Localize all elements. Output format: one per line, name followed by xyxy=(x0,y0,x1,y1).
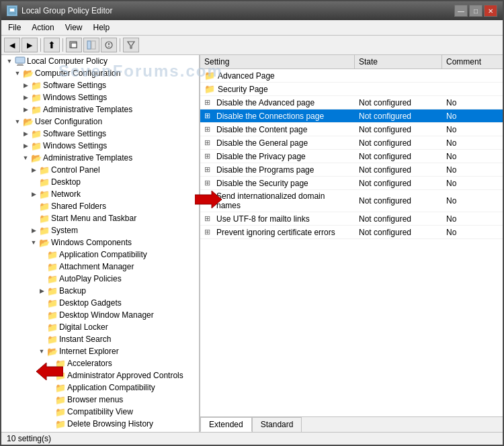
expander-windows-components[interactable]: ▼ xyxy=(28,237,39,248)
forward-button[interactable]: ▶ xyxy=(22,38,38,52)
tree-item-windows-components[interactable]: ▼ 📂 Windows Components xyxy=(1,236,199,249)
tree-item-comp-admin-templates[interactable]: ▶ 📁 Administrative Templates xyxy=(1,103,199,116)
tree-item-network[interactable]: ▶ 📁 Network xyxy=(1,188,199,200)
expander-comp-software[interactable]: ▶ xyxy=(20,80,31,91)
tree-item-comp-windows-settings[interactable]: ▶ 📁 Windows Settings xyxy=(1,91,199,103)
tree-item-desktop-window-manager[interactable]: ▶ 📁 Desktop Window Manager xyxy=(1,309,199,321)
table-row[interactable]: 📁 Security Page xyxy=(200,83,503,96)
tree-item-desktop[interactable]: ▶ 📁 Desktop xyxy=(1,176,199,188)
table-row-selected[interactable]: ⊞ Disable the Connections page Not confi… xyxy=(200,109,503,123)
menu-file[interactable]: File xyxy=(4,21,25,34)
tree-item-system[interactable]: ▶ 📁 System xyxy=(1,224,199,236)
svg-rect-1 xyxy=(10,9,14,11)
tree-item-instant-search[interactable]: ▶ 📁 Instant Search xyxy=(1,333,199,345)
tree-item-compatibility-view[interactable]: ▶ 📁 Compatibility View xyxy=(1,406,199,418)
expander-user-admin[interactable]: ▼ xyxy=(20,152,31,163)
expander-system[interactable]: ▶ xyxy=(28,225,39,236)
expander-computer-configuration[interactable]: ▼ xyxy=(12,68,23,79)
close-button[interactable]: ✕ xyxy=(484,5,497,17)
tree-item-internet-explorer[interactable]: ▼ 📂 Internet Explorer xyxy=(1,345,199,357)
tree-item-comp-software-settings[interactable]: ▶ 📁 Software Settings xyxy=(1,79,199,91)
expander-user-configuration[interactable]: ▼ xyxy=(12,116,23,127)
folder-icon-network: 📁 xyxy=(39,189,50,199)
svg-rect-5 xyxy=(87,41,91,49)
expander-user-windows[interactable]: ▶ xyxy=(20,140,31,151)
up-button[interactable]: ⬆ xyxy=(44,38,60,52)
tree-item-autoplay-policies[interactable]: ▶ 📁 AutoPlay Policies xyxy=(1,273,199,285)
tree-label-backup: Backup xyxy=(58,286,89,296)
tree-item-start-menu-taskbar[interactable]: ▶ 📁 Start Menu and Taskbar xyxy=(1,212,199,224)
table-row[interactable]: ⊞ Disable the Content page Not configure… xyxy=(200,123,503,136)
filter-button[interactable] xyxy=(123,38,139,52)
toolbar-separator-3 xyxy=(120,38,120,52)
show-hide-button[interactable] xyxy=(83,38,99,52)
expander-ie[interactable]: ▼ xyxy=(36,346,47,357)
table-row[interactable]: ⊞ Disable the General page Not configure… xyxy=(200,136,503,150)
table-row[interactable]: ⊞ Disable the Programs page Not configur… xyxy=(200,163,503,177)
row-setting-5: ⊞ Disable the Content page xyxy=(200,124,355,136)
row-setting-8: ⊞ Disable the Programs page xyxy=(200,164,355,176)
tree-item-delete-browsing-history[interactable]: ▶ 📁 Delete Browsing History xyxy=(1,418,199,430)
properties-button[interactable] xyxy=(101,38,117,52)
tree-item-desktop-gadgets[interactable]: ▶ 📁 Desktop Gadgets xyxy=(1,297,199,309)
tab-extended[interactable]: Extended xyxy=(200,417,252,432)
expander-local-computer-policy[interactable]: ▼ xyxy=(4,56,15,66)
tree-item-local-computer-policy[interactable]: ▼ Local Computer Policy xyxy=(1,55,199,67)
tree-item-computer-configuration[interactable]: ▼ 📂 Computer Configuration xyxy=(1,67,199,79)
expander-backup[interactable]: ▶ xyxy=(36,285,47,296)
tree-item-attachment-manager[interactable]: ▶ 📁 Attachment Manager xyxy=(1,261,199,273)
col-header-state[interactable]: State xyxy=(355,55,442,69)
tree-item-control-panel[interactable]: ▶ 📁 Control Panel xyxy=(1,164,199,176)
row-setting-12: ⊞ Prevent ignoring certificate errors xyxy=(200,226,355,238)
row-setting-11: ⊞ Use UTF-8 for mailto links xyxy=(200,213,355,225)
setting-icon-9: ⊞ xyxy=(204,179,214,187)
row-label-2: Security Page xyxy=(218,85,268,94)
tree-item-ie-app-compat[interactable]: ▶ 📁 Application Compatibility xyxy=(1,382,199,394)
row-label-12: Prevent ignoring certificate errors xyxy=(216,228,335,237)
tree-item-admin-approved-controls[interactable]: ▶ 📁 Administrator Approved Controls xyxy=(1,369,199,382)
expander-comp-windows[interactable]: ▶ xyxy=(20,92,31,103)
tree-item-shared-folders[interactable]: ▶ 📁 Shared Folders xyxy=(1,200,199,212)
tree-item-inprivate[interactable]: ▶ 📁 InPrivate xyxy=(1,430,199,432)
table-row[interactable]: 📁 Advanced Page xyxy=(200,69,503,83)
table-row[interactable]: ⊞ Send internationalized domain names No… xyxy=(200,190,503,212)
tree-panel[interactable]: ▼ Local Computer Policy ▼ 📂 Computer Con… xyxy=(1,55,200,432)
tree-label-start-menu-taskbar: Start Menu and Taskbar xyxy=(50,214,139,223)
folder-icon-user-software: 📁 xyxy=(31,128,42,139)
row-state-9: Not configured xyxy=(355,177,442,189)
setting-icon-8: ⊞ xyxy=(204,165,214,174)
minimize-button[interactable]: — xyxy=(454,5,468,17)
menu-view[interactable]: View xyxy=(61,21,87,34)
menu-help[interactable]: Help xyxy=(89,21,114,34)
new-window-button[interactable] xyxy=(66,38,82,52)
tree-item-user-configuration[interactable]: ▼ 📂 User Configuration xyxy=(1,116,199,128)
tree-item-accelerators[interactable]: ▶ 📁 Accelerators xyxy=(1,357,199,369)
folder-icon-backup: 📁 xyxy=(47,285,58,296)
row-state-8: Not configured xyxy=(355,164,442,176)
expander-network[interactable]: ▶ xyxy=(28,189,39,199)
tree-item-app-compatibility[interactable]: ▶ 📁 Application Compatibility xyxy=(1,249,199,261)
table-row[interactable]: ⊞ Disable the Security page Not configur… xyxy=(200,177,503,190)
maximize-button[interactable]: □ xyxy=(469,5,482,17)
table-row[interactable]: ⊞ Prevent ignoring certificate errors No… xyxy=(200,226,503,239)
tree-item-digital-locker[interactable]: ▶ 📁 Digital Locker xyxy=(1,321,199,333)
menu-action[interactable]: Action xyxy=(28,21,58,34)
row-state-5: Not configured xyxy=(355,124,442,136)
table-row[interactable]: ⊞ Disable the Advanced page Not configur… xyxy=(200,96,503,109)
col-header-comment[interactable]: Comment xyxy=(442,55,503,69)
expander-control-panel[interactable]: ▶ xyxy=(28,165,39,175)
tree-item-user-windows-settings[interactable]: ▶ 📁 Windows Settings xyxy=(1,140,199,152)
tree-item-backup[interactable]: ▶ 📁 Backup xyxy=(1,285,199,297)
tree-item-browser-menus[interactable]: ▶ 📁 Browser menus xyxy=(1,394,199,406)
table-row[interactable]: ⊞ Disable the Privacy page Not configure… xyxy=(200,150,503,163)
table-row[interactable]: ⊞ Use UTF-8 for mailto links Not configu… xyxy=(200,212,503,226)
tree-item-user-software-settings[interactable]: ▶ 📁 Software Settings xyxy=(1,128,199,140)
expander-comp-admin[interactable]: ▶ xyxy=(20,104,31,115)
back-button[interactable]: ◀ xyxy=(4,38,20,52)
col-header-setting[interactable]: Setting xyxy=(200,55,355,69)
row-comment-9: No xyxy=(442,177,503,189)
expander-user-software[interactable]: ▶ xyxy=(20,128,31,139)
tree-item-user-admin-templates[interactable]: ▼ 📂 Administrative Templates xyxy=(1,152,199,164)
tab-standard[interactable]: Standard xyxy=(252,417,302,432)
tree-label-comp-admin-templates: Administrative Templates xyxy=(42,105,135,114)
